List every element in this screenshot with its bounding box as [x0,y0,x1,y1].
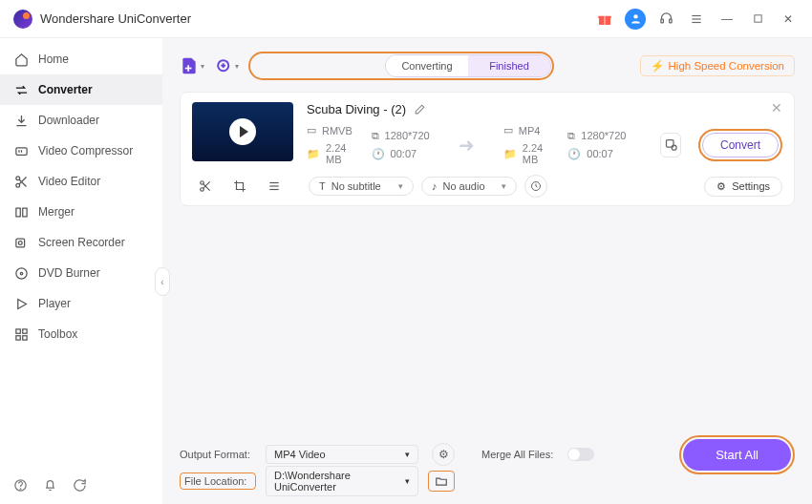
account-icon[interactable] [625,9,646,30]
sidebar-item-label: Home [38,52,69,66]
sidebar-item-toolbox[interactable]: Toolbox [0,319,162,349]
svg-rect-29 [185,68,192,70]
start-all-button[interactable]: Start All [683,439,791,471]
svg-rect-16 [22,208,26,217]
add-file-button[interactable]: ▾ [180,53,204,78]
feedback-icon[interactable] [73,478,87,493]
dest-spec: ▭MP4 📁2.24 MB [503,124,551,165]
sidebar-item-merger[interactable]: Merger [0,197,162,227]
download-icon [13,113,29,128]
menu-icon[interactable] [686,9,707,30]
gift-icon[interactable] [594,9,615,30]
compressor-icon [13,143,29,158]
help-icon[interactable] [13,478,28,493]
sidebar-item-label: Video Compressor [38,144,133,158]
svg-rect-9 [754,15,760,22]
svg-point-19 [15,267,26,278]
merge-toggle[interactable] [567,448,594,461]
bolt-icon: ⚡ [651,59,664,73]
subtitle-dropdown[interactable]: TNo subtitle▾ [309,177,414,196]
sidebar-item-compressor[interactable]: Video Compressor [0,136,162,166]
svg-rect-15 [15,208,19,217]
folder-icon: 📁 [503,148,517,160]
play-icon [13,296,29,311]
output-format-label: Output Format: [180,449,256,460]
sidebar-item-downloader[interactable]: Downloader [0,105,162,136]
output-settings-button[interactable] [660,133,681,158]
svg-point-3 [633,14,637,18]
sidebar-item-label: Video Editor [38,175,100,188]
open-folder-button[interactable] [428,471,455,492]
svg-rect-2 [604,15,605,24]
sidebar-item-label: Converter [38,83,93,96]
sidebar-item-player[interactable]: Player [0,288,162,319]
recorder-icon [13,235,29,250]
svg-rect-22 [15,328,19,332]
sidebar-item-editor[interactable]: Video Editor [0,166,162,197]
chevron-down-icon: ▾ [235,62,239,71]
convert-button[interactable]: Convert [702,133,779,158]
svg-point-20 [20,272,23,275]
sidebar: Home Converter Downloader Video Compress… [0,38,162,504]
play-overlay-icon [229,118,256,145]
add-url-button[interactable]: ▾ [214,53,239,78]
sidebar-item-label: Downloader [38,114,99,127]
titlebar: Wondershare UniConverter — ✕ [0,0,812,38]
sidebar-item-label: Toolbox [38,327,77,341]
sidebar-item-home[interactable]: Home [0,44,162,74]
svg-rect-4 [660,19,663,23]
hsc-label: High Speed Conversion [669,60,784,72]
subtitle-icon: T [319,180,326,192]
headset-icon[interactable] [655,9,676,30]
output-format-dropdown[interactable]: MP4 Video▾ [266,445,418,464]
grid-icon [13,326,29,342]
dest-spec2: ⧉1280*720 🕐00:07 [567,130,626,160]
file-location-dropdown[interactable]: D:\Wondershare UniConverter▾ [266,466,418,496]
source-spec: ▭RMVB 📁2.24 MB [307,124,354,165]
home-icon [13,52,29,67]
svg-rect-5 [669,19,672,23]
speed-button[interactable] [524,175,547,198]
sidebar-item-recorder[interactable]: Screen Recorder [0,227,162,258]
clock-icon: 🕐 [372,148,385,160]
chevron-down-icon: ▾ [201,62,204,71]
video-thumbnail[interactable] [192,102,293,161]
tab-finished[interactable]: Finished [468,55,550,76]
svg-rect-17 [15,239,24,247]
svg-rect-24 [15,335,19,339]
svg-point-18 [18,241,22,244]
high-speed-button[interactable]: ⚡ High Speed Conversion [640,55,795,76]
svg-point-27 [20,489,21,490]
chevron-down-icon: ▾ [398,181,403,191]
remove-file-button[interactable]: ✕ [771,100,782,116]
minimize-button[interactable]: — [716,9,737,30]
folder-icon: 📁 [307,148,320,160]
sidebar-item-label: Merger [38,205,75,219]
gear-icon: ⚙ [716,180,726,193]
status-tabs: Converting Finished [385,54,551,77]
bell-icon[interactable] [43,478,57,493]
item-settings-button[interactable]: ⚙Settings [704,177,782,197]
clock-icon: 🕐 [567,148,581,160]
scissors-icon [13,174,29,189]
trim-button[interactable] [192,175,219,198]
crop-button[interactable] [226,175,253,198]
tab-converting[interactable]: Converting [386,55,468,76]
sidebar-item-converter[interactable]: Converter [0,74,162,105]
chevron-down-icon: ▾ [502,181,506,191]
audio-dropdown[interactable]: ♪No audio▾ [421,177,517,196]
format-settings-button[interactable]: ⚙ [432,443,455,466]
sidebar-item-label: DVD Burner [38,266,100,280]
sidebar-item-label: Screen Recorder [38,236,125,249]
app-title: Wondershare UniConverter [40,11,191,26]
arrow-right-icon: ➜ [459,134,475,157]
app-logo [13,10,32,29]
close-button[interactable]: ✕ [778,9,799,30]
merge-label: Merge All Files: [481,449,558,460]
edit-title-icon[interactable] [414,103,426,116]
sidebar-item-label: Player [38,297,71,310]
maximize-button[interactable] [747,9,768,30]
file-title: Scuba Diving - (2) [307,102,406,116]
sidebar-item-dvd[interactable]: DVD Burner [0,258,162,288]
effects-button[interactable] [261,175,288,198]
